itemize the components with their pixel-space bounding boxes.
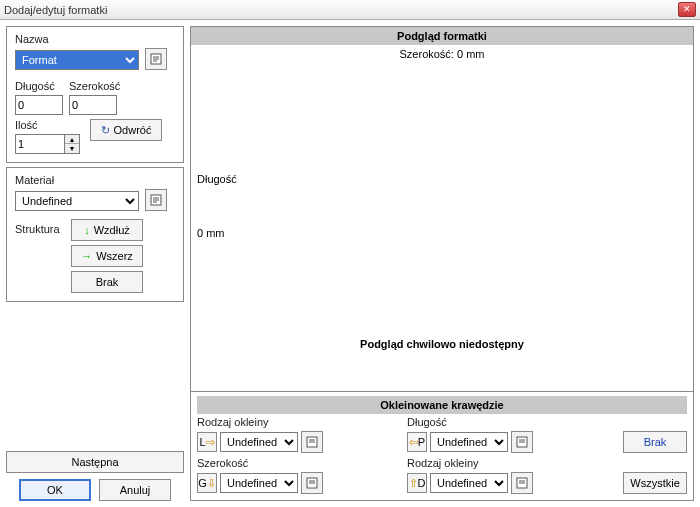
along-button[interactable]: ↓Wzdłuż bbox=[71, 219, 143, 241]
length-input[interactable] bbox=[15, 95, 63, 115]
edge-type-label-2: Rodzaj okleiny bbox=[407, 457, 609, 469]
ok-button[interactable]: OK bbox=[19, 479, 91, 501]
arrow-left-icon: ⇦ bbox=[409, 436, 418, 449]
length-label: Długość bbox=[15, 80, 63, 92]
arrow-up-icon: ⇧ bbox=[409, 477, 418, 490]
edge-P-picker-icon[interactable] bbox=[511, 431, 533, 453]
edge-width-label: Szerokość bbox=[197, 457, 399, 469]
name-select[interactable]: Format bbox=[15, 50, 139, 70]
material-label: Materiał bbox=[15, 174, 175, 186]
qty-input[interactable] bbox=[15, 134, 65, 154]
name-label: Nazwa bbox=[15, 33, 175, 45]
close-icon[interactable]: ✕ bbox=[678, 2, 696, 17]
window-title: Dodaj/edytuj formatki bbox=[4, 4, 678, 16]
swap-icon: ↻ bbox=[101, 124, 110, 137]
width-input[interactable] bbox=[69, 95, 117, 115]
edge-P-button[interactable]: ⇦P bbox=[407, 432, 427, 452]
cancel-button[interactable]: Anuluj bbox=[99, 479, 171, 501]
edges-header: Okleinowane krawędzie bbox=[197, 396, 687, 414]
edge-D-button[interactable]: ⇧D bbox=[407, 473, 427, 493]
edges-all-button[interactable]: Wszystkie bbox=[623, 472, 687, 494]
edge-type-label-1: Rodzaj okleiny bbox=[197, 416, 399, 428]
edge-length-label: Długość bbox=[407, 416, 609, 428]
next-button[interactable]: Następna bbox=[6, 451, 184, 473]
qty-label: Ilość bbox=[15, 119, 80, 131]
preview-width-text: Szerokość: 0 mm bbox=[191, 45, 693, 63]
edge-G-picker-icon[interactable] bbox=[301, 472, 323, 494]
material-picker-icon[interactable] bbox=[145, 189, 167, 211]
edge-P-select[interactable]: Undefined bbox=[430, 432, 508, 452]
material-select[interactable]: Undefined bbox=[15, 191, 139, 211]
swap-button[interactable]: ↻ Odwróć bbox=[90, 119, 162, 141]
edge-D-select[interactable]: Undefined bbox=[430, 473, 508, 493]
preview-header: Podgląd formatki bbox=[191, 27, 693, 45]
edge-L-picker-icon[interactable] bbox=[301, 431, 323, 453]
edge-G-button[interactable]: G⇩ bbox=[197, 473, 217, 493]
arrow-right-icon: ⇨ bbox=[206, 436, 215, 449]
edge-D-picker-icon[interactable] bbox=[511, 472, 533, 494]
preview-unavailable: Podgląd chwilowo niedostępny bbox=[191, 338, 693, 350]
arrow-down-icon: ⇩ bbox=[207, 477, 216, 490]
arrow-down-icon: ↓ bbox=[84, 224, 90, 236]
preview-zero-text: 0 mm bbox=[197, 227, 225, 239]
edge-L-button[interactable]: L⇨ bbox=[197, 432, 217, 452]
structure-label: Struktura bbox=[15, 219, 65, 235]
qty-up-icon[interactable]: ▲ bbox=[65, 135, 79, 144]
across-button[interactable]: →Wszerz bbox=[71, 245, 143, 267]
none-button[interactable]: Brak bbox=[71, 271, 143, 293]
arrow-right-icon: → bbox=[81, 250, 92, 262]
edge-G-select[interactable]: Undefined bbox=[220, 473, 298, 493]
preview-length-text: Długość bbox=[197, 173, 237, 185]
name-picker-icon[interactable] bbox=[145, 48, 167, 70]
edge-L-select[interactable]: Undefined bbox=[220, 432, 298, 452]
edges-none-button[interactable]: Brak bbox=[623, 431, 687, 453]
width-label: Szerokość bbox=[69, 80, 120, 92]
qty-down-icon[interactable]: ▼ bbox=[65, 144, 79, 153]
